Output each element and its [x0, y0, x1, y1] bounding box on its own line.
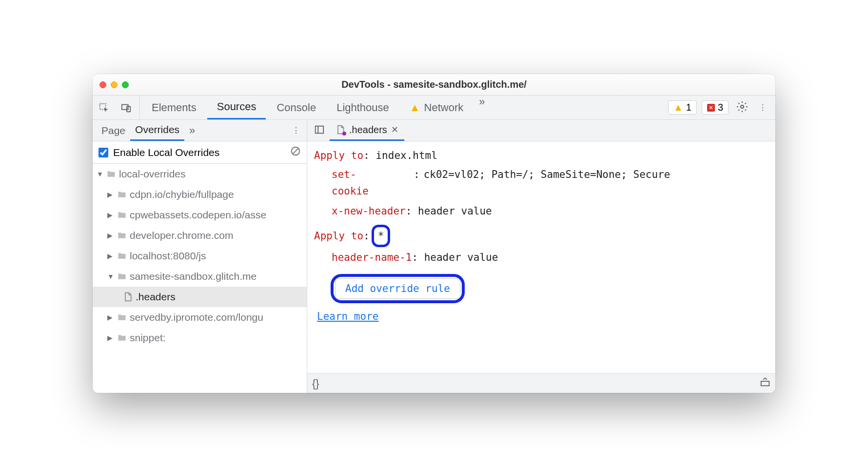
- tree-folder-label: cpwebassets.codepen.io/asse: [130, 209, 266, 221]
- warning-triangle-icon: ▲: [673, 102, 683, 113]
- header-value[interactable]: header value: [424, 252, 498, 263]
- folder-icon: [117, 333, 127, 343]
- kebab-menu-icon[interactable]: ⋮: [756, 103, 769, 112]
- header-entry[interactable]: set- cookie : ck02=vl02; Path=/; SameSit…: [332, 166, 769, 200]
- chevron-right-icon: ▶: [107, 313, 114, 321]
- tree-root-label: local-overrides: [119, 168, 186, 180]
- main-toolbar: Elements Sources Console Lighthouse ▲ Ne…: [93, 96, 775, 120]
- sidebar-kebab-icon[interactable]: ⋮: [289, 126, 303, 135]
- header-entry[interactable]: x-new-header: header value: [332, 203, 769, 220]
- panel-tabs: Elements Sources Console Lighthouse ▲ Ne…: [142, 96, 490, 119]
- tree-folder[interactable]: ▶ cdpn.io/chybie/fullpage: [93, 184, 307, 205]
- tree-folder-label: localhost:8080/js: [130, 250, 206, 262]
- chevron-right-icon: ▶: [107, 232, 114, 239]
- inspect-icon[interactable]: [93, 102, 115, 113]
- tree-file-selected[interactable]: .headers: [93, 287, 307, 307]
- editor-tab-label: .headers: [349, 124, 387, 136]
- sidebar-tabs: Page Overrides » ⋮: [93, 120, 307, 141]
- chevron-down-icon: ▼: [107, 272, 114, 280]
- tab-sources[interactable]: Sources: [207, 96, 266, 119]
- window-title: DevTools - samesite-sandbox.glitch.me/: [93, 79, 775, 90]
- sources-sidebar: Page Overrides » ⋮ Enable Local Override…: [93, 120, 307, 393]
- editor-footer: {}: [307, 373, 775, 393]
- modified-dot-icon: [342, 132, 346, 136]
- header-name[interactable]: header-name-1: [332, 252, 412, 263]
- drawer-toggle-icon[interactable]: [760, 377, 770, 390]
- device-toggle-icon[interactable]: [115, 102, 138, 113]
- errors-badge[interactable]: ✕ 3: [702, 100, 729, 115]
- tree-folder[interactable]: ▶ servedby.ipromote.com/longu: [93, 307, 307, 328]
- header-value[interactable]: header value: [418, 205, 492, 217]
- editor-tab-headers[interactable]: .headers ✕: [330, 120, 404, 141]
- close-tab-icon[interactable]: ✕: [391, 124, 398, 135]
- tree-root[interactable]: ▼ local-overrides: [93, 164, 307, 184]
- apply-to-keyword: Apply to: [314, 150, 363, 161]
- tree-folder-label: cdpn.io/chybie/fullpage: [130, 189, 234, 200]
- chevron-right-icon: ▶: [107, 334, 114, 342]
- apply-to-target[interactable]: index.html: [375, 150, 437, 161]
- chevron-down-icon: ▼: [97, 170, 103, 178]
- warning-icon: ▲: [410, 101, 420, 114]
- tab-console[interactable]: Console: [267, 96, 326, 119]
- clear-overrides-icon[interactable]: [290, 146, 301, 159]
- highlight-ring: Add override rule: [331, 274, 465, 303]
- warnings-badge[interactable]: ▲ 1: [668, 100, 697, 115]
- apply-to-keyword: Apply to: [314, 230, 363, 242]
- svg-point-3: [741, 105, 744, 108]
- svg-line-5: [293, 149, 298, 154]
- tree-folder[interactable]: ▶ localhost:8080/js: [93, 246, 307, 266]
- folder-icon: [117, 272, 127, 281]
- tree-folder-label: samesite-sandbox.glitch.me: [130, 271, 256, 282]
- learn-more-row: Learn more: [317, 308, 769, 325]
- editor-panel: .headers ✕ Apply to: index.html set- coo…: [307, 120, 775, 393]
- tree-folder[interactable]: ▶ snippet:: [93, 328, 307, 348]
- sidebar-tab-overrides[interactable]: Overrides: [130, 120, 184, 141]
- tree-folder[interactable]: ▶ cpwebassets.codepen.io/asse: [93, 205, 307, 225]
- tab-elements[interactable]: Elements: [142, 96, 206, 119]
- folder-icon: [117, 190, 127, 199]
- tree-folder-label: snippet:: [130, 332, 166, 344]
- warnings-count: 1: [686, 102, 691, 113]
- tree-folder-label: developer.chrome.com: [130, 230, 233, 241]
- tab-network-label: Network: [424, 101, 464, 114]
- sidebar-tab-page[interactable]: Page: [97, 120, 130, 141]
- tree-folder[interactable]: ▶ developer.chrome.com: [93, 225, 307, 246]
- sidebar-more-tabs-icon[interactable]: »: [184, 124, 200, 137]
- folder-icon: [117, 312, 127, 322]
- header-name[interactable]: set- cookie: [332, 166, 410, 200]
- tab-network[interactable]: ▲ Network: [400, 96, 473, 119]
- folder-icon: [117, 231, 127, 240]
- add-override-rule-button[interactable]: Add override rule: [335, 278, 460, 299]
- apply-to-row: Apply to:*: [314, 225, 769, 248]
- enable-overrides-checkbox[interactable]: [99, 148, 108, 157]
- header-entry[interactable]: header-name-1: header value: [332, 249, 769, 266]
- devtools-window: DevTools - samesite-sandbox.glitch.me/ E…: [93, 74, 775, 393]
- tree-file-label: .headers: [136, 291, 176, 303]
- folder-icon: [106, 169, 116, 179]
- learn-more-link[interactable]: Learn more: [317, 311, 378, 322]
- folder-icon: [117, 210, 127, 220]
- errors-count: 3: [718, 102, 723, 113]
- tree-folder-label: servedby.ipromote.com/longu: [130, 311, 263, 323]
- braces-icon[interactable]: {}: [312, 377, 319, 390]
- tab-lighthouse[interactable]: Lighthouse: [327, 96, 399, 119]
- chevron-right-icon: ▶: [107, 211, 114, 219]
- chevron-right-icon: ▶: [107, 252, 114, 260]
- error-square-icon: ✕: [707, 104, 715, 112]
- settings-icon[interactable]: [733, 101, 751, 115]
- header-value[interactable]: ck02=vl02; Path=/; SameSite=None; Secure: [424, 166, 769, 200]
- enable-overrides-row: Enable Local Overrides: [93, 141, 307, 164]
- toggle-navigator-icon[interactable]: [311, 124, 328, 137]
- apply-to-target[interactable]: *: [378, 230, 384, 242]
- svg-rect-6: [316, 126, 324, 133]
- more-tabs-icon[interactable]: »: [474, 96, 490, 119]
- apply-to-row: Apply to: index.html: [314, 147, 769, 164]
- folder-icon: [117, 251, 127, 261]
- tree-folder-expanded[interactable]: ▼ samesite-sandbox.glitch.me: [93, 266, 307, 287]
- header-name[interactable]: x-new-header: [332, 205, 406, 217]
- file-tree: ▼ local-overrides ▶ cdpn.io/chybie/fullp…: [93, 164, 307, 393]
- titlebar: DevTools - samesite-sandbox.glitch.me/: [93, 74, 775, 96]
- svg-rect-8: [761, 381, 769, 386]
- file-icon: [335, 125, 345, 135]
- file-icon: [123, 292, 133, 302]
